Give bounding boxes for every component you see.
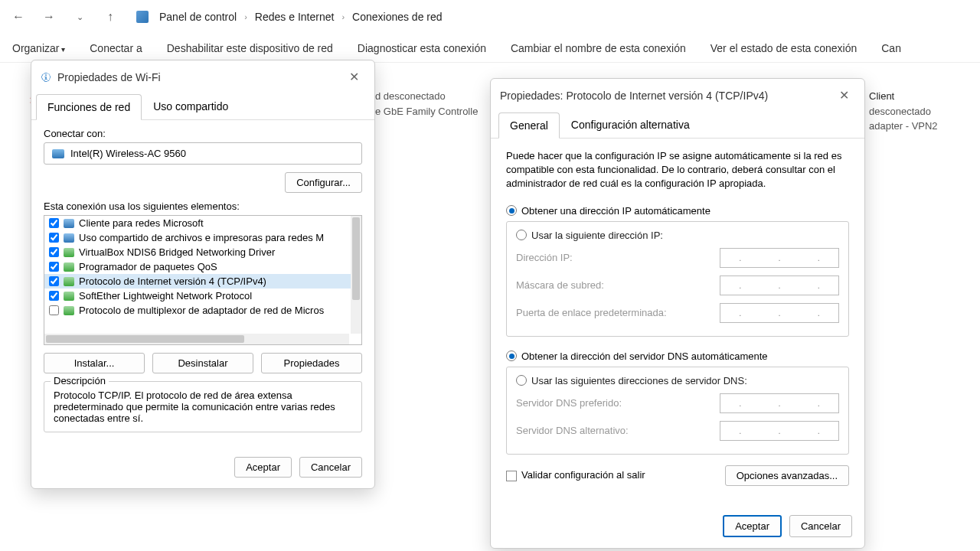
item-checkbox[interactable] [49,291,59,301]
close-button[interactable]: ✕ [343,67,365,87]
command-bar: Organizar Conectar a Deshabilitar este d… [0,34,980,63]
ipv4-description: Puede hacer que la configuración IP se a… [506,149,849,191]
ip-address-input: ... [720,248,839,268]
advanced-button[interactable]: Opciones avanzadas... [725,465,849,486]
subnet-row: Máscara de subred: ... [516,272,839,299]
diagnose-button[interactable]: Diagnosticar esta conexión [358,42,486,54]
wifi-tabs: Funciones de red Uso compartido [31,93,374,120]
protocol-icon [64,292,74,301]
cancel-button[interactable]: Cancelar [299,457,362,478]
cancel-button[interactable]: Cancelar [789,515,852,537]
radio-use-ip[interactable]: Usar la siguiente dirección IP: [516,227,839,244]
radio-icon [516,230,527,240]
configure-button[interactable]: Configurar... [285,172,362,193]
list-item[interactable]: Protocolo de Internet versión 4 (TCP/IPv… [44,274,361,289]
scrollbar-vertical[interactable] [351,216,361,334]
wifi-properties-dialog: 🛈 Propiedades de Wi-Fi ✕ Funciones de re… [31,60,375,489]
crumb-network[interactable]: Redes e Internet [255,11,335,23]
crumb-connections[interactable]: Conexiones de red [352,11,443,23]
tab-alternate[interactable]: Configuración alternativa [560,112,701,138]
bg-connection-right: Clientdesconectadoadapter - VPN2 [869,89,938,134]
radio-auto-ip[interactable]: Obtener una dirección IP automáticamente [506,202,849,220]
ipv4-title: Propiedades: Protocolo de Internet versi… [500,90,768,102]
item-checkbox[interactable] [49,247,59,257]
chevron-right-icon: › [244,12,247,21]
bg-connection-mid: d desconectadoe GbE Family Controlle [375,89,478,119]
item-checkbox[interactable] [49,233,59,243]
recent-dropdown[interactable]: ⌄ [67,5,92,29]
list-item[interactable]: Cliente para redes Microsoft [44,216,361,230]
tab-general[interactable]: General [498,112,560,139]
tab-network-functions[interactable]: Funciones de red [36,94,142,120]
description-text: Protocolo TCP/IP. El protocolo de red de… [54,390,352,424]
crumb-control-panel[interactable]: Panel de control [159,11,237,23]
properties-button[interactable]: Propiedades [261,353,362,373]
radio-use-dns[interactable]: Usar las siguientes direcciones de servi… [516,372,839,390]
radio-icon [516,375,527,386]
item-label: SoftEther Lightweight Network Protocol [79,290,252,302]
item-checkbox[interactable] [49,262,59,272]
connect-to-button[interactable]: Conectar a [90,42,142,54]
rename-button[interactable]: Cambiar el nombre de esta conexión [511,42,686,54]
adapter-display: Intel(R) Wireless-AC 9560 [44,142,362,165]
view-status-button[interactable]: Ver el estado de esta conexión [710,42,857,54]
radio-icon [506,350,517,361]
radio-auto-dns[interactable]: Obtener la dirección del servidor DNS au… [506,347,849,365]
item-label: Protocolo de Internet versión 4 (TCP/IPv… [79,276,266,287]
radio-icon [506,205,517,216]
item-label: Uso compartido de archivos e impresoras … [79,232,324,243]
install-button[interactable]: Instalar... [44,353,145,373]
protocol-icon [64,219,74,228]
protocol-icon [64,262,74,272]
list-item[interactable]: Protocolo de multiplexor de adaptador de… [44,303,361,318]
item-label: VirtualBox NDIS6 Bridged Networking Driv… [79,246,275,258]
chevron-right-icon: › [341,12,345,21]
protocol-icon [64,277,74,286]
list-item[interactable]: Uso compartido de archivos e impresoras … [44,230,361,245]
ok-button[interactable]: Aceptar [234,457,292,478]
location-icon [136,11,149,23]
list-item[interactable]: VirtualBox NDIS6 Bridged Networking Driv… [44,245,361,259]
subnet-input: ... [720,276,839,295]
tab-sharing[interactable]: Uso compartido [142,93,240,119]
up-button[interactable]: ↑ [98,5,122,29]
gateway-row: Puerta de enlace predeterminada: ... [516,299,839,327]
forward-button[interactable]: → [37,5,61,29]
disable-device-button[interactable]: Deshabilitar este dispositivo de red [167,42,333,54]
close-button[interactable]: ✕ [833,85,855,106]
more-truncated[interactable]: Can [881,42,901,54]
item-label: Protocolo de multiplexor de adaptador de… [79,305,324,316]
item-label: Programador de paquetes QoS [79,261,217,272]
breadcrumb[interactable]: Panel de control › Redes e Internet › Co… [159,11,443,23]
uninstall-button[interactable]: Desinstalar [152,353,253,373]
dns1-input: ... [720,393,839,413]
validate-checkbox[interactable]: Validar configuración al salir [506,469,645,481]
network-items-list[interactable]: Cliente para redes MicrosoftUso comparti… [44,215,362,345]
ipv4-tabs: General Configuración alternativa [491,112,864,139]
wifi-icon: 🛈 [41,71,51,83]
protocol-icon [64,248,74,257]
adapter-name: Intel(R) Wireless-AC 9560 [70,148,186,159]
item-checkbox[interactable] [49,305,59,315]
ipv4-properties-dialog: Propiedades: Protocolo de Internet versi… [490,78,865,549]
list-item[interactable]: SoftEther Lightweight Network Protocol [44,289,361,303]
description-group: Descripción Protocolo TCP/IP. El protoco… [44,381,362,432]
item-checkbox[interactable] [49,276,59,286]
dns2-input: ... [720,421,839,441]
organize-menu[interactable]: Organizar [12,42,65,54]
item-checkbox[interactable] [49,218,59,228]
back-button[interactable]: ← [6,5,31,29]
scrollbar-horizontal[interactable] [44,334,349,344]
ok-button[interactable]: Aceptar [723,515,782,537]
item-label: Cliente para redes Microsoft [79,217,204,229]
dns2-row: Servidor DNS alternativo: ... [516,417,839,445]
dns1-row: Servidor DNS preferido: ... [516,390,839,417]
connect-with-label: Conectar con: [44,128,362,139]
explorer-navbar: ← → ⌄ ↑ Panel de control › Redes e Inter… [0,0,980,34]
description-title: Descripción [51,375,109,386]
protocol-icon [64,306,74,315]
adapter-icon [52,149,64,158]
wifi-titlebar: 🛈 Propiedades de Wi-Fi ✕ [31,60,374,93]
wifi-title: Propiedades de Wi-Fi [57,71,161,83]
list-item[interactable]: Programador de paquetes QoS [44,259,361,274]
